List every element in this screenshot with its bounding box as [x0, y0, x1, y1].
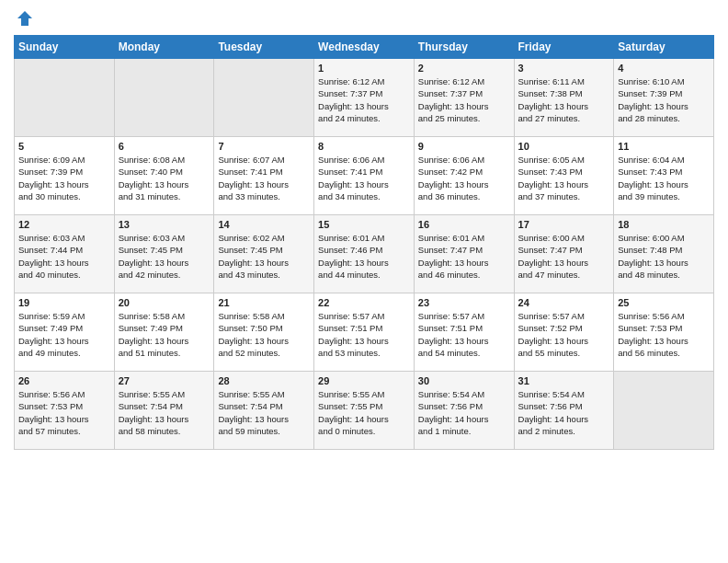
- day-number: 7: [218, 141, 310, 152]
- calendar-cell: 11Sunrise: 6:04 AM Sunset: 7:43 PM Dayli…: [614, 137, 714, 215]
- day-header-monday: Monday: [114, 36, 214, 59]
- calendar-cell: 20Sunrise: 5:58 AM Sunset: 7:49 PM Dayli…: [114, 293, 214, 372]
- day-number: 30: [418, 375, 510, 386]
- calendar-cell: 18Sunrise: 6:00 AM Sunset: 7:48 PM Dayli…: [614, 215, 714, 293]
- day-number: 26: [18, 375, 110, 386]
- week-row-1: 1Sunrise: 6:12 AM Sunset: 7:37 PM Daylig…: [15, 59, 714, 137]
- day-number: 31: [518, 375, 610, 386]
- calendar-cell: 6Sunrise: 6:08 AM Sunset: 7:40 PM Daylig…: [114, 137, 214, 215]
- calendar-cell: 12Sunrise: 6:03 AM Sunset: 7:44 PM Dayli…: [15, 215, 115, 293]
- day-info: Sunrise: 5:54 AM Sunset: 7:56 PM Dayligh…: [418, 388, 510, 437]
- calendar-cell: 7Sunrise: 6:07 AM Sunset: 7:41 PM Daylig…: [214, 137, 314, 215]
- day-info: Sunrise: 5:55 AM Sunset: 7:55 PM Dayligh…: [318, 388, 410, 437]
- week-row-4: 19Sunrise: 5:59 AM Sunset: 7:49 PM Dayli…: [15, 293, 714, 372]
- day-number: 6: [119, 141, 210, 152]
- day-info: Sunrise: 6:00 AM Sunset: 7:48 PM Dayligh…: [618, 232, 710, 281]
- day-number: 25: [618, 297, 710, 308]
- calendar-cell: [15, 59, 115, 137]
- day-number: 29: [318, 375, 410, 386]
- day-header-wednesday: Wednesday: [314, 36, 415, 59]
- day-info: Sunrise: 6:12 AM Sunset: 7:37 PM Dayligh…: [318, 75, 410, 124]
- calendar-cell: 4Sunrise: 6:10 AM Sunset: 7:39 PM Daylig…: [614, 59, 714, 137]
- day-number: 27: [119, 375, 210, 386]
- day-number: 15: [318, 219, 410, 230]
- day-info: Sunrise: 6:06 AM Sunset: 7:42 PM Dayligh…: [418, 154, 510, 202]
- day-number: 17: [518, 219, 610, 230]
- calendar-cell: 5Sunrise: 6:09 AM Sunset: 7:39 PM Daylig…: [15, 137, 115, 215]
- calendar-cell: [614, 372, 714, 450]
- svg-marker-0: [17, 11, 32, 26]
- calendar-cell: 9Sunrise: 6:06 AM Sunset: 7:42 PM Daylig…: [414, 137, 514, 215]
- calendar-cell: 24Sunrise: 5:57 AM Sunset: 7:52 PM Dayli…: [514, 293, 614, 372]
- day-info: Sunrise: 6:01 AM Sunset: 7:47 PM Dayligh…: [418, 232, 510, 281]
- day-number: 5: [18, 141, 110, 152]
- calendar-cell: 28Sunrise: 5:55 AM Sunset: 7:54 PM Dayli…: [214, 372, 314, 450]
- day-info: Sunrise: 6:02 AM Sunset: 7:45 PM Dayligh…: [218, 232, 310, 281]
- calendar-cell: 21Sunrise: 5:58 AM Sunset: 7:50 PM Dayli…: [214, 293, 314, 372]
- day-number: 3: [518, 63, 610, 74]
- day-header-friday: Friday: [514, 36, 614, 59]
- day-info: Sunrise: 5:57 AM Sunset: 7:51 PM Dayligh…: [418, 310, 510, 359]
- day-number: 18: [618, 219, 710, 230]
- day-info: Sunrise: 6:12 AM Sunset: 7:37 PM Dayligh…: [418, 75, 510, 124]
- calendar-cell: 22Sunrise: 5:57 AM Sunset: 7:51 PM Dayli…: [314, 293, 415, 372]
- calendar-cell: 3Sunrise: 6:11 AM Sunset: 7:38 PM Daylig…: [514, 59, 614, 137]
- day-info: Sunrise: 5:56 AM Sunset: 7:53 PM Dayligh…: [18, 388, 110, 437]
- day-info: Sunrise: 6:10 AM Sunset: 7:39 PM Dayligh…: [618, 75, 710, 124]
- calendar-cell: 10Sunrise: 6:05 AM Sunset: 7:43 PM Dayli…: [514, 137, 614, 215]
- calendar-cell: 13Sunrise: 6:03 AM Sunset: 7:45 PM Dayli…: [114, 215, 214, 293]
- days-header-row: SundayMondayTuesdayWednesdayThursdayFrid…: [15, 36, 714, 59]
- day-info: Sunrise: 5:57 AM Sunset: 7:52 PM Dayligh…: [518, 310, 610, 359]
- day-info: Sunrise: 5:59 AM Sunset: 7:49 PM Dayligh…: [18, 310, 110, 359]
- day-info: Sunrise: 6:11 AM Sunset: 7:38 PM Dayligh…: [518, 75, 610, 124]
- calendar-cell: 16Sunrise: 6:01 AM Sunset: 7:47 PM Dayli…: [414, 215, 514, 293]
- calendar-cell: 27Sunrise: 5:55 AM Sunset: 7:54 PM Dayli…: [114, 372, 214, 450]
- day-info: Sunrise: 6:05 AM Sunset: 7:43 PM Dayligh…: [518, 154, 610, 202]
- day-number: 10: [518, 141, 610, 152]
- day-info: Sunrise: 6:03 AM Sunset: 7:44 PM Dayligh…: [18, 232, 110, 281]
- day-info: Sunrise: 6:04 AM Sunset: 7:43 PM Dayligh…: [618, 154, 710, 202]
- day-info: Sunrise: 5:54 AM Sunset: 7:56 PM Dayligh…: [518, 388, 610, 437]
- day-info: Sunrise: 5:58 AM Sunset: 7:50 PM Dayligh…: [218, 310, 310, 359]
- day-info: Sunrise: 6:09 AM Sunset: 7:39 PM Dayligh…: [18, 154, 110, 202]
- calendar-cell: 26Sunrise: 5:56 AM Sunset: 7:53 PM Dayli…: [15, 372, 115, 450]
- day-info: Sunrise: 5:55 AM Sunset: 7:54 PM Dayligh…: [218, 388, 310, 437]
- logo-icon: [16, 9, 34, 28]
- header: [14, 9, 714, 28]
- day-info: Sunrise: 6:01 AM Sunset: 7:46 PM Dayligh…: [318, 232, 410, 281]
- day-info: Sunrise: 5:56 AM Sunset: 7:53 PM Dayligh…: [618, 310, 710, 359]
- calendar-cell: 29Sunrise: 5:55 AM Sunset: 7:55 PM Dayli…: [314, 372, 415, 450]
- day-number: 20: [119, 297, 210, 308]
- calendar-cell: 15Sunrise: 6:01 AM Sunset: 7:46 PM Dayli…: [314, 215, 415, 293]
- day-info: Sunrise: 5:55 AM Sunset: 7:54 PM Dayligh…: [119, 388, 210, 437]
- day-header-saturday: Saturday: [614, 36, 714, 59]
- logo: [14, 9, 36, 28]
- day-number: 1: [318, 63, 410, 74]
- day-number: 9: [418, 141, 510, 152]
- day-header-thursday: Thursday: [414, 36, 514, 59]
- day-header-tuesday: Tuesday: [214, 36, 314, 59]
- calendar-cell: 23Sunrise: 5:57 AM Sunset: 7:51 PM Dayli…: [414, 293, 514, 372]
- week-row-3: 12Sunrise: 6:03 AM Sunset: 7:44 PM Dayli…: [15, 215, 714, 293]
- calendar-table: SundayMondayTuesdayWednesdayThursdayFrid…: [14, 35, 714, 450]
- calendar-cell: 8Sunrise: 6:06 AM Sunset: 7:41 PM Daylig…: [314, 137, 415, 215]
- calendar-cell: [214, 59, 314, 137]
- day-number: 23: [418, 297, 510, 308]
- day-number: 24: [518, 297, 610, 308]
- calendar-cell: 19Sunrise: 5:59 AM Sunset: 7:49 PM Dayli…: [15, 293, 115, 372]
- day-info: Sunrise: 6:06 AM Sunset: 7:41 PM Dayligh…: [318, 154, 410, 202]
- day-number: 13: [119, 219, 210, 230]
- day-number: 28: [218, 375, 310, 386]
- day-info: Sunrise: 6:08 AM Sunset: 7:40 PM Dayligh…: [119, 154, 210, 202]
- calendar-cell: 2Sunrise: 6:12 AM Sunset: 7:37 PM Daylig…: [414, 59, 514, 137]
- calendar-cell: 25Sunrise: 5:56 AM Sunset: 7:53 PM Dayli…: [614, 293, 714, 372]
- calendar-cell: [114, 59, 214, 137]
- week-row-2: 5Sunrise: 6:09 AM Sunset: 7:39 PM Daylig…: [15, 137, 714, 215]
- day-number: 11: [618, 141, 710, 152]
- calendar-container: SundayMondayTuesdayWednesdayThursdayFrid…: [0, 0, 728, 464]
- day-info: Sunrise: 6:03 AM Sunset: 7:45 PM Dayligh…: [119, 232, 210, 281]
- calendar-cell: 30Sunrise: 5:54 AM Sunset: 7:56 PM Dayli…: [414, 372, 514, 450]
- day-info: Sunrise: 6:00 AM Sunset: 7:47 PM Dayligh…: [518, 232, 610, 281]
- day-info: Sunrise: 6:07 AM Sunset: 7:41 PM Dayligh…: [218, 154, 310, 202]
- day-number: 16: [418, 219, 510, 230]
